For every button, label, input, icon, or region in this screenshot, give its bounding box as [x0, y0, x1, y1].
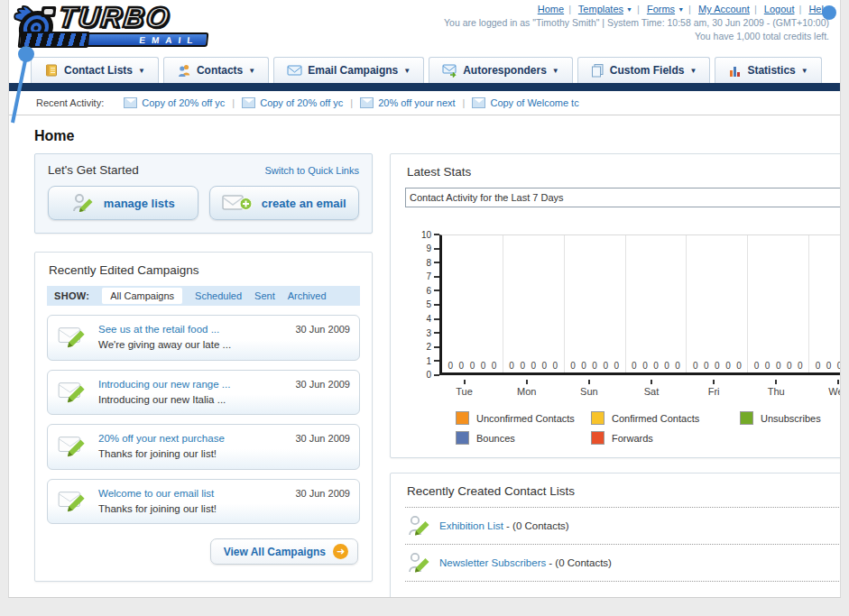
tab-contacts[interactable]: Contacts ▼ — [163, 57, 269, 83]
chart-x-label: Thu — [745, 380, 807, 397]
get-started-title: Let's Get Started — [48, 163, 139, 177]
chart-value-label: 0 — [509, 361, 514, 371]
divider: | — [568, 4, 571, 14]
chart-value-label: 0 — [693, 361, 698, 371]
header-link-forms[interactable]: Forms — [647, 4, 675, 14]
filter-sent[interactable]: Sent — [254, 290, 275, 301]
app-window: TURBO EMAIL Home| Templates ▼| Forms ▼| … — [8, 0, 841, 598]
navy-divider-bar — [9, 83, 840, 91]
header-nav-links: Home| Templates ▼| Forms ▼| My Account| … — [444, 4, 829, 14]
legend-swatch — [740, 411, 753, 425]
header-right: Home| Templates ▼| Forms ▼| My Account| … — [444, 4, 829, 41]
recent-activity-label: Recent Activity: — [36, 97, 104, 108]
contact-list-name[interactable]: Newsletter Subscribers — [439, 557, 546, 568]
contact-list-name[interactable]: Exhibition List — [439, 520, 503, 531]
campaign-row[interactable]: See us at the retail food ... We're givi… — [47, 315, 360, 361]
chart-value-label: 0 — [776, 361, 781, 371]
tab-statistics[interactable]: Statistics ▼ — [715, 57, 821, 83]
chart-x-label: Fri — [683, 380, 745, 397]
recent-activity-item[interactable]: Copy of 20% off yc — [124, 97, 225, 108]
campaign-row[interactable]: Introducing our new range ... Introducin… — [47, 370, 360, 416]
y-axis-tick-label: 10 — [421, 230, 431, 240]
create-email-icon — [222, 193, 253, 213]
header-link-home[interactable]: Home — [538, 4, 564, 14]
stats-period-select[interactable]: Contact Activity for the Last 7 Days — [405, 188, 841, 207]
logo-title: TURBO — [57, 1, 172, 34]
contact-list-count: - (0 Contacts) — [549, 557, 612, 568]
chart-value-label: 0 — [736, 361, 742, 371]
header-link-my-account[interactable]: My Account — [698, 4, 750, 14]
header-link-logout[interactable]: Logout — [764, 4, 795, 14]
chart-value-label: 0 — [704, 361, 709, 371]
legend-label: Forwards — [612, 433, 653, 444]
create-email-label: create an email — [262, 197, 346, 210]
chart-value-label: 0 — [492, 361, 497, 371]
legend-item-unconfirmed: Unconfirmed Contacts — [456, 411, 591, 425]
recent-contact-lists-panel: Recently Created Contact Lists Exhibitio… — [390, 473, 841, 598]
recent-activity-item[interactable]: Copy of Welcome tc — [472, 97, 578, 108]
activity-item-label: Copy of Welcome tc — [490, 97, 578, 108]
main-content: Home Let's Get Started Switch to Quick L… — [9, 115, 840, 598]
pages-icon — [591, 63, 604, 78]
manage-lists-button[interactable]: manage lists — [48, 186, 198, 220]
right-column: Latest Stats Contact Activity for the La… — [390, 153, 841, 598]
manage-lists-label: manage lists — [104, 197, 175, 210]
view-all-campaigns-button[interactable]: View All Campaigns ➜ — [210, 538, 358, 565]
chart-day-column: 00000 — [808, 235, 841, 372]
chart-value-label: 0 — [632, 361, 637, 371]
campaign-title[interactable]: Introducing our new range ... — [98, 377, 286, 392]
campaign-title[interactable]: Welcome to our email list — [98, 486, 286, 501]
chart-value-label: 0 — [481, 361, 486, 371]
legend-swatch — [456, 411, 469, 425]
tab-email-campaigns[interactable]: Email Campaigns ▼ — [273, 57, 424, 83]
divider: | — [463, 97, 466, 108]
filter-scheduled[interactable]: Scheduled — [195, 290, 242, 301]
campaign-subtitle: Thanks for joining our list! — [98, 446, 286, 462]
email-edit-icon — [57, 431, 89, 458]
campaign-row[interactable]: 20% off your next purchase Thanks for jo… — [47, 424, 360, 470]
campaigns-panel-title: Recently Edited Campaigns — [49, 263, 360, 277]
tab-autoresponders[interactable]: Autoresponders ▼ — [429, 57, 573, 83]
y-axis-tick-label: 4 — [426, 314, 431, 324]
envelope-icon — [124, 97, 137, 108]
y-axis-tick-label: 7 — [426, 271, 431, 281]
chart-plot: 00000000000000000000000000000000000 — [439, 234, 841, 375]
recent-activity-item[interactable]: 20% off your next — [360, 97, 455, 108]
activity-item-label: Copy of 20% off yc — [260, 97, 343, 108]
legend-item-unsubscribes: Unsubscribes — [740, 411, 841, 425]
create-email-button[interactable]: create an email — [209, 186, 360, 220]
divider: | — [798, 4, 801, 14]
view-all-campaigns-label: View All Campaigns — [224, 546, 326, 558]
filter-archived[interactable]: Archived — [288, 290, 327, 301]
campaign-title[interactable]: See us at the retail food ... — [98, 322, 286, 337]
chart-value-label: 0 — [664, 361, 669, 371]
tab-label: Custom Fields — [610, 64, 685, 77]
divider: | — [688, 4, 691, 14]
left-column: Let's Get Started Switch to Quick Links … — [34, 153, 373, 582]
header-link-templates[interactable]: Templates — [578, 4, 623, 14]
chart-y-axis: 109876543210 — [414, 230, 439, 380]
campaign-row[interactable]: Welcome to our email list Thanks for joi… — [47, 479, 360, 525]
y-axis-tick-label: 1 — [426, 356, 431, 366]
filter-all-campaigns[interactable]: All Campaigns — [102, 288, 182, 304]
chart-value-label: 0 — [603, 361, 608, 371]
login-status-text: You are logged in as "Timothy Smith" | S… — [444, 17, 829, 28]
chart-value-label: 0 — [642, 361, 648, 371]
contact-list-row[interactable]: Exhibition List - (0 Contacts) — [405, 508, 841, 545]
chart-value-label: 0 — [531, 361, 536, 371]
main-nav-tabs: Contact Lists ▼ Contacts ▼ Email Campaig… — [9, 56, 840, 83]
recent-activity-item[interactable]: Copy of 20% off yc — [242, 97, 343, 108]
chart-value-label: 0 — [459, 361, 465, 371]
switch-to-quick-links-link[interactable]: Switch to Quick Links — [264, 165, 359, 176]
campaign-title[interactable]: 20% off your next purchase — [98, 431, 286, 446]
legend-label: Unsubscribes — [761, 413, 821, 424]
envelope-icon — [472, 97, 485, 108]
chart-value-label: 0 — [725, 361, 731, 371]
chevron-down-icon: ▼ — [552, 67, 559, 75]
tab-contact-lists[interactable]: Contact Lists ▼ — [31, 57, 159, 83]
contact-list-row[interactable]: Newsletter Subscribers - (0 Contacts) — [405, 545, 841, 582]
recent-activity-bar: Recent Activity: Copy of 20% off yc | Co… — [9, 91, 840, 115]
tab-custom-fields[interactable]: Custom Fields ▼ — [577, 57, 711, 83]
chart-value-label: 0 — [570, 361, 576, 371]
annotation-pin — [9, 41, 36, 128]
